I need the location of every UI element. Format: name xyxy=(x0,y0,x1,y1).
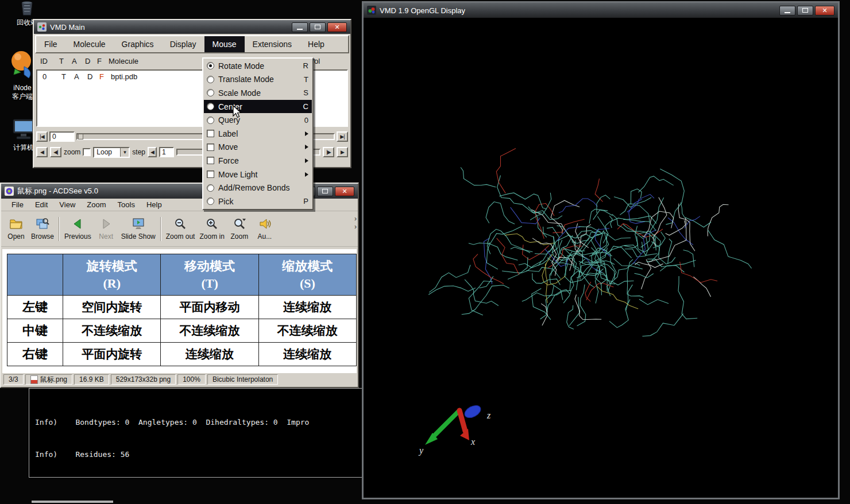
z-axis-blob xyxy=(463,403,483,420)
close-button[interactable]: ✕ xyxy=(335,187,354,196)
close-icon: ✕ xyxy=(822,7,827,14)
menu-item-pick[interactable]: Pick P xyxy=(204,195,312,208)
menu-extensions[interactable]: Extensions xyxy=(245,36,300,52)
z-axis-label: z xyxy=(486,410,491,420)
menu-zoom[interactable]: Zoom xyxy=(81,200,111,209)
mol-fixed-flag[interactable]: F xyxy=(99,72,104,81)
menu-item-label: Label xyxy=(218,129,238,138)
menu-item-label: Add/Remove Bonds xyxy=(218,183,290,192)
minimize-button[interactable] xyxy=(292,22,308,32)
toolbar-browse-button[interactable]: Browse xyxy=(29,215,56,242)
row-label-cell: 中键 xyxy=(7,319,63,343)
menu-item-label: Pick xyxy=(218,197,233,206)
loop-dropdown[interactable]: Loop ▼ xyxy=(93,147,130,158)
checkbox-icon xyxy=(207,130,214,137)
first-frame-button[interactable]: |◀ xyxy=(36,131,48,142)
menu-item-move-light-submenu[interactable]: Move Light xyxy=(204,168,312,181)
mol-displayed-flag[interactable]: D xyxy=(87,72,92,81)
zoom-in-icon xyxy=(205,217,219,231)
mouse-modes-table: 旋转模式(R) 移动模式(T) 缩放模式(S) 左键 空间内旋转 平面内移动 连… xyxy=(7,254,357,366)
table-cell: 不连续缩放 xyxy=(63,319,161,343)
menu-display[interactable]: Display xyxy=(162,36,204,52)
menu-graphics[interactable]: Graphics xyxy=(114,36,162,52)
step-decrement-button[interactable]: ◀ xyxy=(148,147,157,157)
close-button[interactable]: ✕ xyxy=(815,6,834,15)
maximize-button[interactable] xyxy=(310,22,326,32)
maximize-icon xyxy=(315,25,320,29)
vmd-main-titlebar[interactable]: VMD Main ✕ xyxy=(34,20,350,34)
y-axis-label: y xyxy=(418,445,424,456)
table-cell: 不连续缩放 xyxy=(161,319,258,343)
menu-help[interactable]: Help xyxy=(141,200,168,209)
chevron-down-icon: ▼ xyxy=(120,148,129,157)
menu-item-label: Scale Mode xyxy=(218,88,261,98)
slideshow-icon xyxy=(132,217,145,231)
menu-molecule[interactable]: Molecule xyxy=(65,36,114,52)
status-interpolation: Bicubic Interpolaton xyxy=(207,374,278,385)
menu-item-move-submenu[interactable]: Move xyxy=(204,141,312,154)
reverse-play-button[interactable]: ◀ xyxy=(36,147,48,157)
radio-icon xyxy=(207,184,214,192)
menu-file[interactable]: File xyxy=(6,200,29,209)
x-axis-label: x xyxy=(470,437,475,447)
menu-item-add-remove-bonds[interactable]: Add/Remove Bonds xyxy=(204,181,312,195)
step-back-button[interactable]: ◀| xyxy=(50,147,61,157)
step-forward-button[interactable]: |▶ xyxy=(323,147,334,157)
menu-item-force-submenu[interactable]: Force xyxy=(204,154,312,168)
menu-item-query[interactable]: Query 0 xyxy=(204,113,312,127)
play-button[interactable]: ▶ xyxy=(337,147,348,157)
step-value-box[interactable]: 1 xyxy=(159,147,174,157)
opengl-titlebar[interactable]: VMD 1.9 OpenGL Display ✕ xyxy=(364,3,838,18)
menu-file[interactable]: File xyxy=(36,36,65,52)
toolbar-overflow-chevron[interactable]: ›› xyxy=(354,215,357,231)
mol-id: 0 xyxy=(42,72,47,81)
toolbar-previous-button[interactable]: Previous xyxy=(62,215,94,242)
toolbar-next-button[interactable]: Next xyxy=(94,215,119,242)
frame-value-box[interactable]: 0 xyxy=(49,131,75,142)
mol-active-flag[interactable]: A xyxy=(74,72,79,81)
menu-view[interactable]: View xyxy=(53,200,81,209)
menu-item-label-submenu[interactable]: Label xyxy=(204,127,312,141)
submenu-arrow-icon xyxy=(305,158,308,163)
maximize-icon xyxy=(322,189,328,193)
mouse-menu-dropdown: Rotate Mode R Translate Mode T Scale Mod… xyxy=(202,57,314,210)
menu-edit[interactable]: Edit xyxy=(29,200,53,209)
toolbar-zoom-button[interactable]: Zoom xyxy=(227,215,252,242)
axes-indicator: y x z xyxy=(414,385,500,457)
shortcut-key: T xyxy=(304,75,308,84)
previous-arrow-icon xyxy=(71,217,84,231)
zoom-checkbox[interactable] xyxy=(83,148,91,156)
toolbar-open-button[interactable]: Open xyxy=(3,215,29,242)
maximize-button[interactable] xyxy=(797,6,813,15)
radio-icon xyxy=(207,89,214,96)
toolbar-label: Next xyxy=(99,232,113,241)
menu-tools[interactable]: Tools xyxy=(112,200,141,209)
mol-top-flag[interactable]: T xyxy=(61,72,66,81)
menu-help[interactable]: Help xyxy=(300,36,333,52)
maximize-button[interactable] xyxy=(317,187,333,196)
toolbar-zoom-in-button[interactable]: Zoom in xyxy=(197,215,226,242)
slider-thumb[interactable] xyxy=(78,134,83,139)
menu-mouse[interactable]: Mouse xyxy=(204,36,245,52)
close-button[interactable]: ✕ xyxy=(327,22,347,32)
toolbar-slideshow-button[interactable]: Slide Show xyxy=(119,215,158,242)
step-label: step xyxy=(132,148,145,156)
radio-icon xyxy=(207,76,214,83)
opengl-viewport[interactable]: y x z xyxy=(364,18,838,498)
col-id: ID xyxy=(40,57,48,65)
menu-item-rotate-mode[interactable]: Rotate Mode R xyxy=(204,59,312,73)
toolbar-audio-button[interactable]: Au... xyxy=(252,215,277,242)
last-frame-button[interactable]: ▶| xyxy=(337,131,348,142)
col-d: D xyxy=(85,57,90,65)
opengl-app-icon xyxy=(367,6,376,15)
menu-item-translate-mode[interactable]: Translate Mode T xyxy=(204,73,312,87)
submenu-arrow-icon xyxy=(305,172,308,177)
zoom-menu-icon xyxy=(233,217,246,231)
toolbar-zoom-out-button[interactable]: Zoom out xyxy=(164,215,198,242)
table-cell: 连续缩放 xyxy=(161,343,258,366)
status-page-count: 3/3 xyxy=(3,374,24,385)
y-axis-arrow xyxy=(433,410,459,437)
menu-item-scale-mode[interactable]: Scale Mode S xyxy=(204,86,312,100)
menu-item-center[interactable]: Center C xyxy=(204,100,312,114)
minimize-button[interactable] xyxy=(779,6,795,15)
